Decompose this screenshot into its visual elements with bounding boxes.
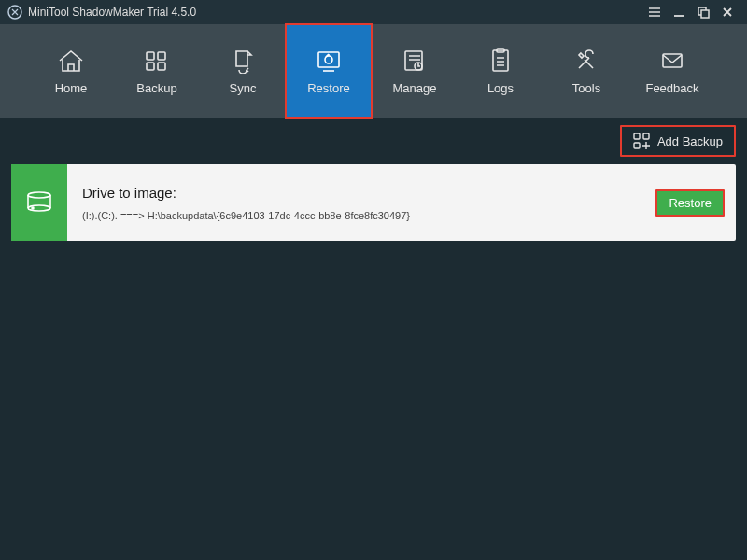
nav-tools[interactable]: Tools [543,24,629,118]
card-body: Drive to image: (I:).(C:). ===> H:\backu… [67,164,644,241]
home-icon [55,48,87,74]
svg-rect-14 [634,133,640,139]
nav-home[interactable]: Home [28,24,114,118]
tools-icon [571,48,602,74]
nav-sync[interactable]: Sync [200,24,286,118]
backup-icon [141,48,173,74]
nav-feedback[interactable]: Feedback [629,24,715,118]
svg-rect-13 [663,54,682,67]
card-path: (I:).(C:). ===> H:\backupdata\{6c9e4103-… [82,210,629,221]
card-icon-block [11,164,67,241]
close-icon[interactable] [715,0,740,24]
svg-rect-11 [493,50,508,71]
nav-label: Manage [393,81,437,95]
restore-button[interactable]: Restore [655,189,725,217]
svg-point-17 [28,192,50,198]
svg-rect-6 [158,63,165,70]
minimize-icon[interactable] [667,0,691,24]
nav-label: Logs [487,81,514,95]
sync-icon [227,48,259,74]
app-logo-icon [7,5,22,20]
toolbar: Add Backup [0,118,747,164]
add-backup-icon [633,133,650,149]
content-area: Drive to image: (I:).(C:). ===> H:\backu… [0,164,747,241]
nav-manage[interactable]: Manage [372,24,458,118]
nav-label: Restore [307,81,350,95]
nav-logs[interactable]: Logs [458,24,543,118]
nav-label: Sync [230,81,257,95]
svg-rect-3 [147,52,154,60]
maximize-icon[interactable] [691,0,715,24]
svg-rect-5 [147,63,154,70]
svg-point-19 [32,207,34,209]
drive-icon [22,186,56,219]
card-title: Drive to image: [82,185,629,201]
svg-rect-16 [634,143,640,148]
nav-label: Home [55,81,88,95]
app-title: MiniTool ShadowMaker Trial 4.5.0 [28,6,196,19]
svg-rect-9 [405,51,422,70]
restore-icon [313,48,345,74]
backup-card: Drive to image: (I:).(C:). ===> H:\backu… [11,164,736,241]
nav-label: Tools [572,81,600,95]
nav-label: Backup [136,81,176,95]
nav-restore[interactable]: Restore [286,24,372,118]
title-bar: MiniTool ShadowMaker Trial 4.5.0 [0,0,747,24]
svg-rect-4 [158,52,165,60]
card-actions: Restore [644,164,736,241]
nav-label: Feedback [645,81,698,95]
add-backup-button[interactable]: Add Backup [620,125,736,157]
menu-icon[interactable] [642,0,667,24]
main-nav: Home Backup Sync Restore Manage Logs T [0,24,747,118]
nav-backup[interactable]: Backup [114,24,200,118]
svg-rect-2 [701,10,709,18]
feedback-icon [656,48,688,74]
manage-icon [399,48,430,74]
logs-icon [485,48,516,74]
svg-rect-15 [643,133,649,139]
add-backup-label: Add Backup [657,134,723,148]
